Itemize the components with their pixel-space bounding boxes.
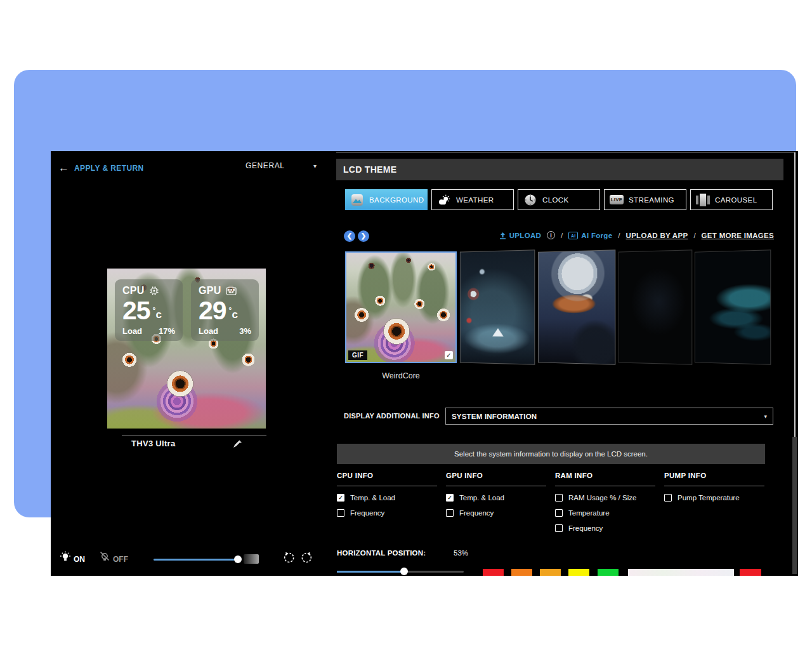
bulb-on-icon <box>60 551 71 562</box>
checkbox-unchecked-icon[interactable] <box>555 524 563 532</box>
tab-streaming-label: STREAMING <box>629 196 674 204</box>
horizontal-position-value: 53% <box>454 549 468 557</box>
gallery-thumbnail-4[interactable] <box>619 249 692 364</box>
option-label: Frequency <box>459 509 494 517</box>
checkbox-checked-icon[interactable]: ✓ <box>337 494 344 502</box>
lighting-on-label: ON <box>74 555 85 564</box>
horizontal-position-slider[interactable] <box>337 571 464 573</box>
chevron-down-icon: ▾ <box>313 163 317 170</box>
clock-icon <box>523 193 537 207</box>
upload-icon <box>499 232 506 239</box>
separator: / <box>561 232 563 239</box>
gpu-temp-unit: c <box>232 309 237 324</box>
back-arrow-icon: ← <box>58 163 69 173</box>
pencil-icon <box>233 439 242 448</box>
gallery-thumbnail-5[interactable] <box>695 249 771 364</box>
device-name: THV3 Ultra <box>131 439 175 448</box>
theme-tabs: BACKGROUND WEAT <box>345 189 773 210</box>
upload-link[interactable]: UPLOAD <box>499 232 541 239</box>
slider-fill <box>337 571 404 573</box>
slider-thumb[interactable] <box>400 568 408 575</box>
gif-badge: GIF <box>348 350 367 360</box>
option-label: RAM Usage % / Size <box>568 494 636 502</box>
panel-top-border <box>336 152 794 153</box>
option-label: Pump Temperature <box>678 494 740 502</box>
tab-background-label: BACKGROUND <box>369 196 424 204</box>
pump-info-group: PUMP INFO Pump Temperature <box>664 472 764 502</box>
ai-forge-label: AI Forge <box>581 232 612 239</box>
device-name-divider <box>122 435 266 436</box>
color-swatch-yellow[interactable] <box>568 569 589 576</box>
tab-carousel[interactable]: CAROUSEL <box>690 189 773 210</box>
gpu-temp-value: 29 <box>199 298 226 324</box>
color-swatch-red[interactable] <box>483 569 504 576</box>
checkbox-unchecked-icon[interactable] <box>555 509 563 517</box>
info-icon[interactable]: i <box>547 231 555 239</box>
gpu-info-title: GPU INFO <box>446 472 546 486</box>
scrollbar-thumb[interactable] <box>792 437 797 574</box>
checkbox-gpu-temp-load[interactable]: ✓ Temp. & Load <box>446 494 546 502</box>
gallery-thumbnail-2[interactable] <box>460 249 535 364</box>
mode-dropdown[interactable]: GENERAL ▾ <box>246 161 317 170</box>
option-label: Temp. & Load <box>459 494 504 502</box>
upload-label: UPLOAD <box>509 232 541 239</box>
checkbox-gpu-frequency[interactable]: Frequency <box>446 509 546 517</box>
upload-by-app-link[interactable]: UPLOAD BY APP <box>626 232 688 239</box>
checkbox-ram-temperature[interactable]: Temperature <box>555 509 655 517</box>
gpu-card-icon <box>226 287 237 295</box>
cpu-info-group: CPU INFO ✓ Temp. & Load Frequency <box>337 472 437 517</box>
panel-title: LCD THEME <box>336 159 783 180</box>
brightness-slider[interactable] <box>154 559 241 561</box>
gpu-load-value: 3% <box>239 326 251 336</box>
carousel-icon <box>696 193 710 207</box>
rotate-ccw-icon <box>284 552 296 564</box>
rotate-ccw-button[interactable] <box>284 552 296 566</box>
additional-info-dropdown[interactable]: SYSTEM INFORMATION ▾ <box>445 408 773 425</box>
bulb-off-icon <box>99 551 110 562</box>
rotate-cw-icon <box>300 552 312 564</box>
color-swatch-amber[interactable] <box>540 569 561 576</box>
hint-bar: Select the system information to display… <box>337 444 765 464</box>
checkbox-checked-icon[interactable]: ✓ <box>446 494 454 502</box>
checkbox-unchecked-icon[interactable] <box>664 494 672 502</box>
tab-weather[interactable]: WEATHER <box>431 189 514 210</box>
ai-forge-link[interactable]: AI AI Forge <box>568 232 612 239</box>
tab-clock[interactable]: CLOCK <box>518 189 600 210</box>
color-swatch-orange[interactable] <box>511 569 532 576</box>
checkbox-unchecked-icon[interactable] <box>555 494 563 502</box>
checkbox-ram-frequency[interactable]: Frequency <box>555 524 655 532</box>
ram-info-title: RAM INFO <box>555 472 655 486</box>
get-more-images-link[interactable]: GET MORE IMAGES <box>702 232 774 239</box>
gallery-thumbnail-3[interactable] <box>538 249 615 364</box>
edit-name-button[interactable] <box>233 439 242 451</box>
separator: / <box>618 232 620 239</box>
brightness-slider-thumb[interactable] <box>234 555 242 563</box>
apply-return-button[interactable]: ← APPLY & RETURN <box>58 163 144 173</box>
checkbox-ram-usage[interactable]: RAM Usage % / Size <box>555 494 655 502</box>
lighting-off-label: OFF <box>113 555 128 564</box>
checkbox-cpu-frequency[interactable]: Frequency <box>337 509 437 517</box>
tab-clock-label: CLOCK <box>542 196 569 204</box>
additional-info-value: SYSTEM INFORMATION <box>452 413 537 420</box>
chevron-down-icon: ▾ <box>764 413 767 420</box>
rotate-cw-button[interactable] <box>300 552 312 566</box>
tab-background[interactable]: BACKGROUND <box>345 189 428 210</box>
cpu-load-label: Load <box>122 326 142 336</box>
checkbox-cpu-temp-load[interactable]: ✓ Temp. & Load <box>337 494 437 502</box>
image-icon <box>350 193 364 207</box>
gpu-load-label: Load <box>199 326 218 336</box>
color-swatch-gradient[interactable] <box>628 569 734 576</box>
gallery-thumbnail-weirdcore[interactable]: GIF ✓ <box>345 251 457 363</box>
option-label: Temp. & Load <box>350 494 395 502</box>
weather-icon <box>437 193 451 207</box>
color-swatch-green[interactable] <box>598 569 619 576</box>
app-window-frame: ← APPLY & RETURN GENERAL ▾ CPU <box>14 70 796 517</box>
tab-streaming[interactable]: LIVE STREAMING <box>604 189 686 210</box>
lighting-on-toggle[interactable] <box>60 551 71 565</box>
checkbox-pump-temperature[interactable]: Pump Temperature <box>664 494 764 502</box>
lighting-off-toggle[interactable] <box>99 551 110 565</box>
checkbox-unchecked-icon[interactable] <box>446 509 454 517</box>
checkbox-unchecked-icon[interactable] <box>337 509 344 517</box>
scrollbar-track[interactable] <box>794 152 796 437</box>
color-swatch-red-2[interactable] <box>740 569 761 576</box>
